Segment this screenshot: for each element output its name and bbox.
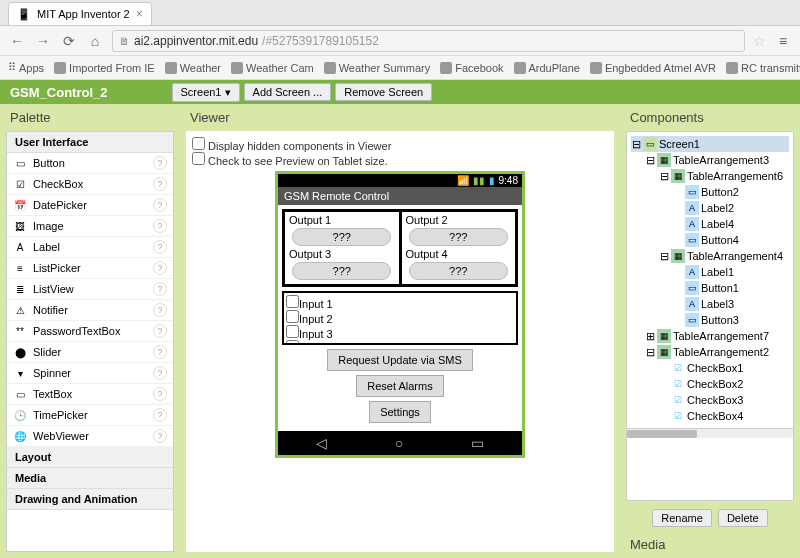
palette-item-image[interactable]: 🖼Image?	[7, 216, 173, 237]
bookmark-item[interactable]: Weather Summary	[324, 62, 431, 74]
palette-item-listpicker[interactable]: ≡ListPicker?	[7, 258, 173, 279]
palette-item-spinner[interactable]: ▾Spinner?	[7, 363, 173, 384]
forward-icon[interactable]: →	[34, 32, 52, 50]
help-icon[interactable]: ?	[153, 366, 167, 380]
rename-button[interactable]: Rename	[652, 509, 712, 527]
bookmark-item[interactable]: RC transmitter	[726, 62, 800, 74]
tree-tablearrangement4[interactable]: ⊟▦TableArrangement4	[659, 248, 789, 264]
tree-button4[interactable]: ▭Button4	[673, 232, 789, 248]
opt-tablet-checkbox[interactable]: Check to see Preview on Tablet size.	[192, 152, 391, 167]
palette-item-label: TimePicker	[33, 409, 88, 421]
palette-section-ui[interactable]: User Interface	[7, 132, 173, 153]
home-icon[interactable]: ⌂	[86, 32, 104, 50]
palette-item-notifier[interactable]: ⚠Notifier?	[7, 300, 173, 321]
apps-icon[interactable]: ⠿ Apps	[8, 61, 44, 74]
close-icon[interactable]: ×	[136, 7, 143, 21]
tree-checkbox2[interactable]: ☑CheckBox2	[659, 376, 789, 392]
output2-button[interactable]: ???	[409, 228, 508, 246]
palette-section-media[interactable]: Media	[7, 468, 173, 489]
palette-item-checkbox[interactable]: ☑CheckBox?	[7, 174, 173, 195]
help-icon[interactable]: ?	[153, 261, 167, 275]
menu-icon[interactable]: ≡	[774, 32, 792, 50]
tree-tablearrangement2[interactable]: ⊟▦TableArrangement2	[645, 344, 789, 360]
output4-button[interactable]: ???	[409, 262, 508, 280]
input1-checkbox[interactable]: Input 1	[286, 295, 514, 310]
help-icon[interactable]: ?	[153, 282, 167, 296]
help-icon[interactable]: ?	[153, 156, 167, 170]
tree-label4[interactable]: ALabel4	[673, 216, 789, 232]
android-recent-icon[interactable]: ▭	[471, 435, 484, 451]
palette-item-passwordtextbox[interactable]: **PasswordTextBox?	[7, 321, 173, 342]
phone-status-bar: 📶 ▮▮ ▮ 9:48	[278, 174, 522, 187]
add-screen-button[interactable]: Add Screen ...	[244, 83, 332, 101]
help-icon[interactable]: ?	[153, 219, 167, 233]
tree-label2[interactable]: ALabel2	[673, 200, 789, 216]
tree-label1[interactable]: ALabel1	[673, 264, 789, 280]
help-icon[interactable]: ?	[153, 324, 167, 338]
tree-tablearrangement3[interactable]: ⊟▦TableArrangement3	[645, 152, 789, 168]
phone-body[interactable]: Output 1 ??? Output 3 ??? Output 2 ??? O…	[278, 205, 522, 431]
help-icon[interactable]: ?	[153, 240, 167, 254]
palette-section-drawing[interactable]: Drawing and Animation	[7, 489, 173, 510]
bookmark-star-icon[interactable]: ☆	[753, 33, 766, 49]
output1-button[interactable]: ???	[292, 228, 391, 246]
tree-button1[interactable]: ▭Button1	[673, 280, 789, 296]
bookmark-item[interactable]: Weather Cam	[231, 62, 314, 74]
android-back-icon[interactable]: ◁	[316, 435, 327, 451]
tree-tablearrangement7[interactable]: ⊞▦TableArrangement7	[645, 328, 789, 344]
opt-hidden-checkbox[interactable]: Display hidden components in Viewer	[192, 137, 391, 152]
palette-item-icon: 🕒	[13, 408, 27, 422]
help-icon[interactable]: ?	[153, 177, 167, 191]
palette-item-textbox[interactable]: ▭TextBox?	[7, 384, 173, 405]
tree-checkbox1[interactable]: ☑CheckBox1	[659, 360, 789, 376]
back-icon[interactable]: ←	[8, 32, 26, 50]
page-icon: 🗎	[119, 35, 130, 47]
tree-tablearrangement6[interactable]: ⊟▦TableArrangement6	[659, 168, 789, 184]
android-home-icon[interactable]: ○	[395, 435, 403, 451]
tree-checkbox3[interactable]: ☑CheckBox3	[659, 392, 789, 408]
input2-checkbox[interactable]: Input 2	[286, 310, 514, 325]
screen-dropdown[interactable]: Screen1 ▾	[172, 83, 240, 102]
tree-screen1[interactable]: ⊟▭Screen1	[631, 136, 789, 152]
remove-screen-button[interactable]: Remove Screen	[335, 83, 432, 101]
tree-checkbox4[interactable]: ☑CheckBox4	[659, 408, 789, 424]
input3-checkbox[interactable]: Input 3	[286, 325, 514, 340]
tree-button2[interactable]: ▭Button2	[673, 184, 789, 200]
bookmark-item[interactable]: Weather	[165, 62, 221, 74]
help-icon[interactable]: ?	[153, 345, 167, 359]
palette-item-listview[interactable]: ≣ListView?	[7, 279, 173, 300]
palette-item-icon: ▾	[13, 366, 27, 380]
reset-alarms-button[interactable]: Reset Alarms	[356, 375, 443, 397]
components-scrollbar[interactable]	[627, 428, 793, 438]
palette-item-timepicker[interactable]: 🕒TimePicker?	[7, 405, 173, 426]
url-bar[interactable]: 🗎 ai2.appinventor.mit.edu/#5275391789105…	[112, 30, 745, 52]
palette-item-button[interactable]: ▭Button?	[7, 153, 173, 174]
main-layout: Palette User Interface ▭Button?☑CheckBox…	[0, 104, 800, 558]
palette-item-label: CheckBox	[33, 178, 83, 190]
bookmark-item[interactable]: ArduPlane	[514, 62, 580, 74]
palette-item-slider[interactable]: ⬤Slider?	[7, 342, 173, 363]
tree-label3[interactable]: ALabel3	[673, 296, 789, 312]
settings-button[interactable]: Settings	[369, 401, 431, 423]
request-update-button[interactable]: Request Update via SMS	[327, 349, 473, 371]
help-icon[interactable]: ?	[153, 198, 167, 212]
bookmark-item[interactable]: Engbedded Atmel AVR	[590, 62, 716, 74]
help-icon[interactable]: ?	[153, 408, 167, 422]
browser-tab[interactable]: 📱 MIT App Inventor 2 ×	[8, 2, 152, 25]
outputs-table[interactable]: Output 1 ??? Output 3 ??? Output 2 ??? O…	[282, 209, 518, 287]
palette-item-label[interactable]: ALabel?	[7, 237, 173, 258]
palette-item-datepicker[interactable]: 📅DatePicker?	[7, 195, 173, 216]
palette-section-layout[interactable]: Layout	[7, 447, 173, 468]
bookmark-item[interactable]: Imported From IE	[54, 62, 155, 74]
palette-item-webviewer[interactable]: 🌐WebViewer?	[7, 426, 173, 447]
bookmark-item[interactable]: Facebook	[440, 62, 503, 74]
help-icon[interactable]: ?	[153, 387, 167, 401]
inputs-table[interactable]: Input 1 Input 2 Input 3 Input 4	[282, 291, 518, 345]
delete-button[interactable]: Delete	[718, 509, 768, 527]
input4-checkbox[interactable]: Input 4	[286, 340, 514, 345]
help-icon[interactable]: ?	[153, 303, 167, 317]
output3-button[interactable]: ???	[292, 262, 391, 280]
help-icon[interactable]: ?	[153, 429, 167, 443]
reload-icon[interactable]: ⟳	[60, 32, 78, 50]
tree-button3[interactable]: ▭Button3	[673, 312, 789, 328]
